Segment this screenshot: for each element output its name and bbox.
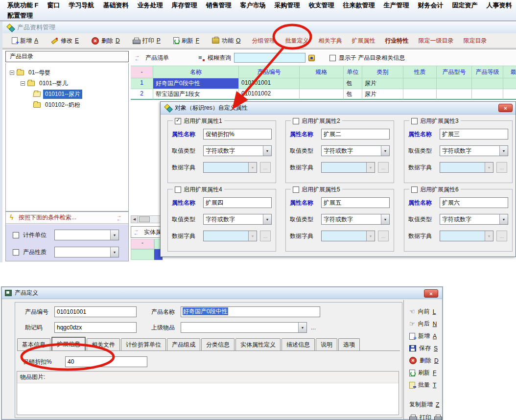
tab-basic-info[interactable]: 基本信息 xyxy=(17,338,50,350)
tab-composition[interactable]: 产品组成 xyxy=(167,338,200,350)
fuzzy-query-input[interactable] xyxy=(234,53,305,63)
chevron-down-icon[interactable]: ▼ xyxy=(381,214,389,224)
chevron-down-icon[interactable]: ▼ xyxy=(110,247,118,257)
tree-item-label-selected[interactable]: 010101--尿片 xyxy=(43,90,82,99)
tab-classification[interactable]: 分类信息 xyxy=(201,338,235,350)
nature-checkbox[interactable] xyxy=(13,249,19,256)
tab-notes[interactable]: 说明 xyxy=(316,338,337,350)
parent-item-select[interactable]: ▼ xyxy=(181,322,307,333)
chevron-down-icon[interactable]: ▼ xyxy=(263,214,271,224)
toolbar-function-button[interactable]: 功能O xyxy=(208,36,245,46)
tree-item-01[interactable]: 01--母婴 xyxy=(6,67,128,78)
col-unit[interactable]: 单位 xyxy=(344,66,362,78)
menu-inventory[interactable]: 库存管理 xyxy=(167,1,202,10)
menu-business[interactable]: 业务处理 xyxy=(133,1,167,10)
menu-system[interactable]: 系统功能 F xyxy=(3,1,43,10)
tab-options[interactable]: 选项 xyxy=(338,338,360,350)
enable-checkbox[interactable] xyxy=(293,187,299,193)
col-spec[interactable]: 规格 xyxy=(300,66,344,78)
unit-checkbox[interactable] xyxy=(13,232,19,238)
value-type-select[interactable]: 字符或数字 ▼ xyxy=(440,145,508,156)
scrollbar-thumb[interactable] xyxy=(139,216,150,222)
batch-button[interactable]: 批量 T xyxy=(409,381,436,389)
menu-sales[interactable]: 销售管理 xyxy=(202,1,236,10)
transfer-icon[interactable] xyxy=(117,214,124,221)
enable-checkbox[interactable] xyxy=(411,187,418,193)
toolbar-link-industry-features[interactable]: 行业特性 xyxy=(382,37,411,45)
tab-related-files[interactable]: 相关文件 xyxy=(87,338,120,350)
browse-button[interactable]: ... xyxy=(311,324,316,331)
col-category[interactable]: 类别 xyxy=(362,66,403,78)
cell-name-selected[interactable]: 好奇国产0段中性 xyxy=(153,78,239,89)
name-field[interactable]: 好奇国产0段中性 xyxy=(181,306,320,317)
col-index[interactable]: - xyxy=(131,66,153,78)
tab-entity-attrs[interactable]: 实体属性定义 xyxy=(235,338,281,350)
table-row[interactable]: 2 帮宝适国产1段女 010101002 包 尿片 xyxy=(131,89,516,100)
toolbar-refresh-button[interactable]: 刷新F xyxy=(169,36,204,46)
chevron-down-icon[interactable]: ▼ xyxy=(499,214,508,224)
tree-item-010101[interactable]: 010101--尿片 xyxy=(6,89,128,99)
menu-finance[interactable]: 财务会计 xyxy=(414,1,448,10)
save-button[interactable]: 保存 S xyxy=(409,344,438,352)
attr-name-input[interactable] xyxy=(203,129,272,140)
value-type-select[interactable]: 字符或数字 ▼ xyxy=(440,214,508,225)
toolbar-link-related-dict[interactable]: 相关字典 xyxy=(315,37,345,45)
col-max-price[interactable]: 最高进 xyxy=(503,66,516,78)
copy-add-button[interactable]: 复制新增 Z xyxy=(409,400,439,409)
chevron-down-icon[interactable]: ▼ xyxy=(298,323,306,332)
tab-extended-info[interactable]: 扩展信息 xyxy=(51,337,86,350)
enable-checkbox[interactable] xyxy=(175,187,181,193)
toolbar-print-button[interactable]: 打印P xyxy=(128,36,165,46)
mnemonic-field[interactable] xyxy=(54,322,137,333)
find-icon[interactable] xyxy=(308,55,315,61)
tree-item-0101[interactable]: 0101--婴儿 xyxy=(6,78,128,89)
show-children-checkbox[interactable] xyxy=(329,55,336,61)
code-field[interactable] xyxy=(54,306,137,317)
enable-checkbox[interactable] xyxy=(411,118,418,124)
toolbar-link-limit-top-catalog[interactable]: 限定一级目录 xyxy=(415,37,456,45)
unit-filter-select[interactable]: ▼ xyxy=(54,230,119,240)
col-code[interactable]: 产品编号 xyxy=(239,66,300,78)
toolbar-new-button[interactable]: 新增A xyxy=(7,36,43,46)
tab-pricing-units[interactable]: 计价折算单位 xyxy=(121,338,166,350)
discount-input[interactable] xyxy=(65,356,147,367)
toolbar-link-batch-define[interactable]: 批量定义 xyxy=(282,37,311,45)
col-model[interactable]: 产品型号 xyxy=(437,66,472,78)
value-type-select[interactable]: 字符或数字 ▼ xyxy=(321,214,390,225)
toolbar-link-extended-attrs[interactable]: 扩展属性 xyxy=(349,37,378,45)
table-row[interactable]: 1 好奇国产0段中性 010101001 包 尿片 xyxy=(131,78,516,89)
attr-name-input[interactable] xyxy=(321,129,390,140)
add-button[interactable]: 新增 A xyxy=(409,332,437,340)
menu-production[interactable]: 生产管理 xyxy=(379,1,414,10)
transfer-icon[interactable] xyxy=(135,54,142,61)
horizontal-scrollbar[interactable]: ◀ xyxy=(131,215,163,223)
tree-item-label[interactable]: 0101--婴儿 xyxy=(37,79,70,88)
col-nature[interactable]: 性质 xyxy=(403,66,437,78)
chevron-down-icon[interactable]: ▼ xyxy=(110,230,118,240)
print-button[interactable]: 打印 xyxy=(409,414,442,420)
transfer-icon[interactable] xyxy=(134,229,141,235)
chevron-down-icon[interactable]: ▼ xyxy=(381,146,389,156)
chevron-down-icon[interactable]: ▼ xyxy=(263,146,271,156)
close-icon[interactable]: × xyxy=(498,104,513,112)
cell-name[interactable]: 帮宝适国产1段女 xyxy=(153,89,239,100)
menu-fixed-assets[interactable]: 固定资产 xyxy=(448,1,482,10)
close-icon[interactable]: × xyxy=(424,289,438,298)
chevron-down-icon[interactable]: ▼ xyxy=(499,146,508,156)
toolbar-edit-button[interactable]: 修改E xyxy=(47,36,83,46)
attr-name-input[interactable] xyxy=(203,197,272,208)
menu-purchase[interactable]: 采购管理 xyxy=(270,1,305,10)
menu-learning[interactable]: 学习导航 xyxy=(65,1,99,10)
value-type-select[interactable]: 字符或数字 ▼ xyxy=(203,145,272,156)
toolbar-link-group-manage[interactable]: 分组管理 xyxy=(249,37,278,45)
tree-expander-icon[interactable] xyxy=(10,70,14,75)
enable-checkbox[interactable] xyxy=(175,118,181,124)
value-type-select[interactable]: 字符或数字 ▼ xyxy=(203,214,272,225)
toolbar-delete-button[interactable]: 删除D xyxy=(87,36,124,46)
menu-basedata[interactable]: 基础资料 xyxy=(99,1,133,10)
tree-item-label[interactable]: 01--母婴 xyxy=(26,68,52,77)
menu-payments[interactable]: 收支管理 xyxy=(305,1,339,10)
menu-window[interactable]: 窗口 xyxy=(43,1,65,10)
menu-customer[interactable]: 客户市场 xyxy=(236,1,270,10)
attr-name-input[interactable] xyxy=(440,129,508,140)
